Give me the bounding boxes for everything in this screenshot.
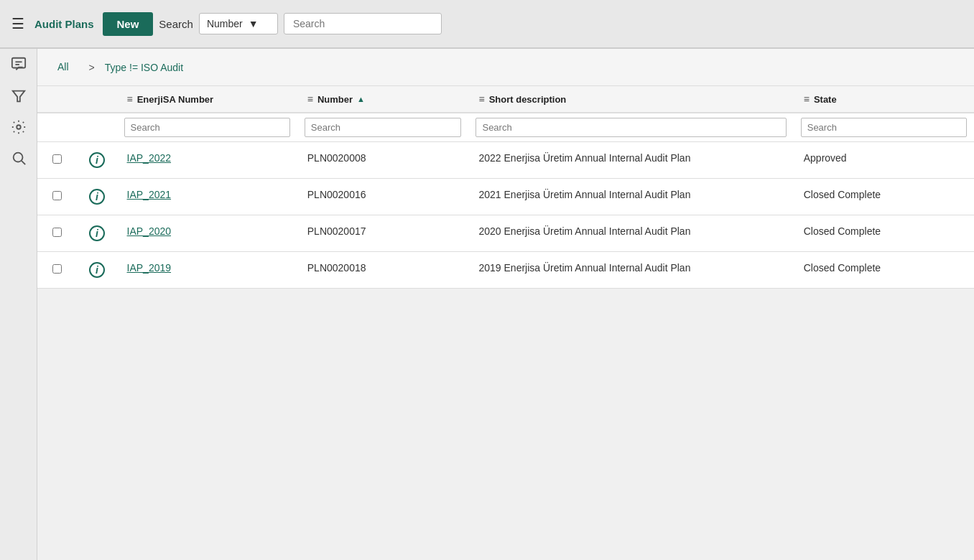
- state-search-input[interactable]: [801, 118, 967, 137]
- number-cell: PLN0020017: [297, 215, 469, 252]
- info-icon[interactable]: i: [89, 262, 105, 278]
- row-checkbox[interactable]: [52, 264, 62, 274]
- search-number-cell: [297, 113, 469, 142]
- info-icon[interactable]: i: [89, 152, 105, 168]
- records-table-container: ≡ EnerjiSA Number ≡ Number ▲: [37, 86, 974, 289]
- row-info-cell: i: [77, 142, 116, 179]
- row-checkbox-cell: [37, 179, 77, 215]
- state-cell: Closed Complete: [794, 215, 974, 252]
- enerjisa-number-link[interactable]: IAP_2022: [127, 152, 172, 164]
- row-info-cell: i: [77, 215, 116, 252]
- svg-point-5: [13, 153, 22, 162]
- breadcrumb-all[interactable]: All: [47, 49, 79, 86]
- info-icon[interactable]: i: [89, 189, 105, 205]
- top-search-input[interactable]: [284, 13, 442, 34]
- row-checkbox[interactable]: [52, 228, 62, 237]
- enerjisa-col-label: EnerjiSA Number: [137, 94, 213, 105]
- svg-rect-0: [11, 58, 24, 68]
- info-header: [77, 86, 116, 113]
- number-search-input[interactable]: [305, 118, 462, 137]
- short-description-cell: 2020 Enerjisa Üretim Annual Internal Aud…: [468, 215, 793, 252]
- short-description-cell: 2019 Enerjisa Üretim Annual Internal Aud…: [468, 252, 793, 289]
- state-cell: Approved: [794, 142, 974, 179]
- search-enerjisa-cell: [117, 113, 297, 142]
- breadcrumb-separator: >: [89, 62, 95, 73]
- table-row: iIAP_2022PLN00200082022 Enerjisa Üretim …: [37, 142, 974, 179]
- search-short-desc-cell: [468, 113, 793, 142]
- records-table: ≡ EnerjiSA Number ≡ Number ▲: [37, 86, 974, 289]
- new-button[interactable]: New: [103, 12, 154, 36]
- short-desc-col-icon: ≡: [478, 93, 484, 105]
- table-row: iIAP_2019PLN00200182019 Enerjisa Üretim …: [37, 252, 974, 289]
- number-col-icon: ≡: [307, 93, 313, 105]
- table-header-row: ≡ EnerjiSA Number ≡ Number ▲: [37, 86, 974, 113]
- filter-icon[interactable]: [11, 88, 27, 106]
- enerjisa-col-icon: ≡: [127, 93, 133, 105]
- short-desc-search-input[interactable]: [476, 118, 786, 137]
- number-cell: PLN0020008: [297, 142, 469, 179]
- left-sidebar: [0, 49, 37, 560]
- state-col-label: State: [814, 94, 837, 105]
- dropdown-arrow-icon: ▼: [249, 18, 259, 29]
- short-description-cell: 2021 Enerjisa Üretim Annual Internal Aud…: [468, 179, 793, 215]
- enerjisa-number-link[interactable]: IAP_2020: [127, 225, 172, 237]
- sort-asc-icon: ▲: [357, 95, 365, 103]
- enerjisa-number-cell: IAP_2020: [117, 215, 297, 252]
- search-label[interactable]: Search: [159, 18, 193, 30]
- table-row: iIAP_2020PLN00200172020 Enerjisa Üretim …: [37, 215, 974, 252]
- chat-icon[interactable]: [11, 56, 27, 75]
- state-cell: Closed Complete: [794, 179, 974, 215]
- row-checkbox[interactable]: [52, 154, 62, 164]
- hamburger-menu[interactable]: ☰: [7, 11, 29, 37]
- row-checkbox-cell: [37, 215, 77, 252]
- enerjisa-number-cell: IAP_2019: [117, 252, 297, 289]
- number-cell: PLN0020018: [297, 252, 469, 289]
- search-info-spacer: [77, 113, 116, 142]
- breadcrumb-filter[interactable]: Type != ISO Audit: [105, 62, 183, 73]
- col-header-short-desc[interactable]: ≡ Short description: [468, 86, 793, 113]
- filter-bar: All > Type != ISO Audit: [37, 49, 974, 86]
- row-info-cell: i: [77, 179, 116, 215]
- col-header-enerjisa[interactable]: ≡ EnerjiSA Number: [117, 86, 297, 113]
- col-header-state[interactable]: ≡ State: [794, 86, 974, 113]
- info-icon[interactable]: i: [89, 225, 105, 241]
- enerjisa-number-cell: IAP_2021: [117, 179, 297, 215]
- main-content: All > Type != ISO Audit ≡ EnerjiSA Numbe…: [37, 49, 974, 560]
- number-cell: PLN0020016: [297, 179, 469, 215]
- search-state-cell: [794, 113, 974, 142]
- short-description-cell: 2022 Enerjisa Üretim Annual Internal Aud…: [468, 142, 793, 179]
- row-info-cell: i: [77, 252, 116, 289]
- column-search-icon[interactable]: [11, 150, 27, 168]
- enerjisa-search-input[interactable]: [124, 118, 290, 137]
- state-cell: Closed Complete: [794, 252, 974, 289]
- dropdown-label: Number: [207, 18, 243, 29]
- search-field-dropdown[interactable]: Number ▼: [199, 13, 278, 34]
- enerjisa-number-link[interactable]: IAP_2021: [127, 189, 172, 200]
- search-cb-spacer: [37, 113, 77, 142]
- row-checkbox-cell: [37, 252, 77, 289]
- number-col-label: Number: [317, 94, 353, 105]
- row-checkbox[interactable]: [52, 191, 62, 200]
- top-bar: ☰ Audit Plans New Search Number ▼: [0, 0, 974, 49]
- table-row: iIAP_2021PLN00200162021 Enerjisa Üretim …: [37, 179, 974, 215]
- row-checkbox-cell: [37, 142, 77, 179]
- svg-line-6: [22, 161, 25, 164]
- table-body: iIAP_2022PLN00200082022 Enerjisa Üretim …: [37, 142, 974, 289]
- svg-marker-3: [12, 91, 24, 102]
- checkbox-header: [37, 86, 77, 113]
- short-desc-col-label: Short description: [489, 94, 567, 105]
- enerjisa-number-cell: IAP_2022: [117, 142, 297, 179]
- gear-icon[interactable]: [11, 119, 27, 137]
- state-col-icon: ≡: [804, 93, 810, 105]
- enerjisa-number-link[interactable]: IAP_2019: [127, 262, 172, 274]
- table-search-row: [37, 113, 974, 142]
- col-header-number[interactable]: ≡ Number ▲: [297, 86, 469, 113]
- svg-point-4: [17, 125, 21, 129]
- app-title: Audit Plans: [34, 18, 94, 30]
